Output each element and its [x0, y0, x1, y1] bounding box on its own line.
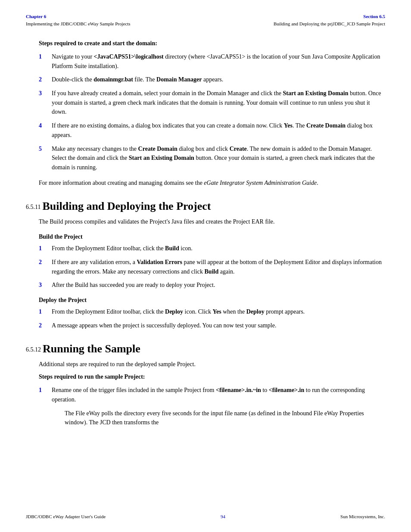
build-heading: Build the Project — [39, 233, 385, 240]
list-content-4: If there are no existing domains, a dial… — [52, 121, 385, 140]
section-612-num: 6.5.12 — [26, 346, 41, 353]
steps-heading: Steps required to create and start the d… — [39, 40, 385, 47]
deploy-steps-list: 1 From the Deployment Editor toolbar, cl… — [39, 307, 385, 330]
list-item: 2 Double-click the domainmgr.bat file. T… — [39, 75, 385, 84]
deploy-content-2: A message appears when the project is su… — [52, 321, 385, 330]
footer-left: JDBC/ODBC eWay Adapter User's Guide — [26, 514, 106, 519]
section-sub: Building and Deploying the prjJDBC_JCD S… — [274, 20, 385, 28]
deploy-num-2: 2 — [39, 321, 52, 330]
section-611-num: 6.5.11 — [26, 204, 40, 210]
list-content-5: Make any necessary changes to the Create… — [52, 144, 385, 172]
section-612-steps-heading: Steps required to run the sample Project… — [39, 373, 385, 380]
s612-content-1: Rename one of the trigger files included… — [52, 386, 385, 404]
section-612-note: The File eWay polls the directory every … — [65, 409, 385, 427]
page-footer: JDBC/ODBC eWay Adapter User's Guide 94 S… — [26, 514, 385, 519]
list-item: 3 If you have already created a domain, … — [39, 89, 385, 117]
build-steps-list: 1 From the Deployment Editor toolbar, cl… — [39, 244, 385, 290]
list-num-5: 5 — [39, 144, 52, 172]
list-num-3: 3 — [39, 89, 52, 117]
list-num-2: 2 — [39, 75, 52, 84]
list-item: 4 If there are no existing domains, a di… — [39, 121, 385, 140]
list-num-4: 4 — [39, 121, 52, 140]
list-item: 1 Rename one of the trigger files includ… — [39, 386, 385, 404]
intro-note: For more information about creating and … — [39, 178, 385, 188]
section-612-title: Running the Sample — [43, 342, 140, 355]
main-content: Steps required to create and start the d… — [0, 31, 411, 449]
deploy-num-1: 1 — [39, 307, 52, 317]
chapter-label: Chapter 6 — [26, 13, 131, 20]
page-header: Chapter 6 Implementing the JDBC/ODBC eWa… — [0, 0, 411, 31]
deploy-content-1: From the Deployment Editor toolbar, clic… — [52, 307, 385, 317]
list-item: 3 After the Build has succeeded you are … — [39, 280, 385, 290]
list-item: 2 A message appears when the project is … — [39, 321, 385, 330]
section-612-steps-list: 1 Rename one of the trigger files includ… — [39, 386, 385, 404]
build-num-3: 3 — [39, 280, 52, 290]
build-num-1: 1 — [39, 244, 52, 253]
build-content-2: If there are any validation errors, a Va… — [52, 258, 385, 276]
section-611-intro: The Build process compiles and validates… — [39, 217, 385, 227]
section-611-heading: 6.5.11Building and Deploying the Project — [26, 199, 385, 213]
list-item: 2 If there are any validation errors, a … — [39, 258, 385, 276]
section-612-heading: 6.5.12Running the Sample — [26, 342, 385, 355]
intro-steps-list: 1 Navigate to your <JavaCAPS51>\logicalh… — [39, 52, 385, 172]
s612-num-1: 1 — [39, 386, 52, 404]
chapter-sub: Implementing the JDBC/ODBC eWay Sample P… — [26, 20, 131, 28]
list-num-1: 1 — [39, 52, 52, 71]
list-item: 1 From the Deployment Editor toolbar, cl… — [39, 307, 385, 317]
build-num-2: 2 — [39, 258, 52, 276]
build-content-1: From the Deployment Editor toolbar, clic… — [52, 244, 385, 253]
list-item: 1 Navigate to your <JavaCAPS51>\logicalh… — [39, 52, 385, 71]
list-item: 1 From the Deployment Editor toolbar, cl… — [39, 244, 385, 253]
footer-right: Sun Microsystems, Inc. — [340, 514, 385, 519]
list-item: 5 Make any necessary changes to the Crea… — [39, 144, 385, 172]
list-content-1: Navigate to your <JavaCAPS51>\logicalhos… — [52, 52, 385, 71]
footer-center: 94 — [221, 514, 225, 519]
section-label: Section 6.5 — [274, 13, 385, 20]
list-content-2: Double-click the domainmgr.bat file. The… — [52, 75, 385, 84]
header-right: Section 6.5 Building and Deploying the p… — [274, 13, 385, 27]
deploy-heading: Deploy the Project — [39, 297, 385, 304]
build-content-3: After the Build has succeeded you are re… — [52, 280, 385, 290]
list-content-3: If you have already created a domain, se… — [52, 89, 385, 117]
section-612-intro: Additional steps are required to run the… — [39, 360, 385, 369]
header-left: Chapter 6 Implementing the JDBC/ODBC eWa… — [26, 13, 131, 27]
section-611-title: Building and Deploying the Project — [42, 200, 211, 212]
